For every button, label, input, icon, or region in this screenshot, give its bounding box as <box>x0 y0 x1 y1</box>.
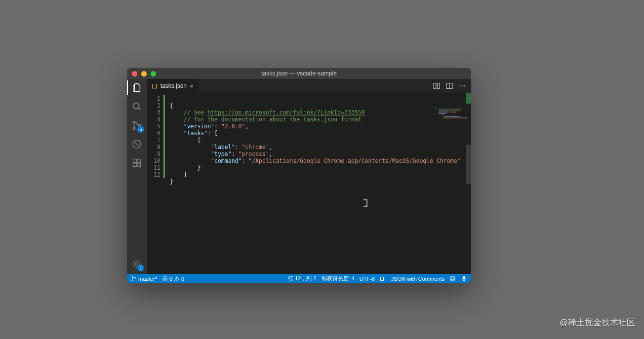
code-link[interactable]: https://go.microsoft.com/fwlink/?LinkId=… <box>207 109 365 116</box>
ellipsis-icon <box>458 82 466 90</box>
window-fullscreen-button[interactable] <box>151 71 156 76</box>
code-key: "command" <box>211 157 242 164</box>
svg-point-3 <box>133 127 135 129</box>
svg-point-28 <box>451 278 452 278</box>
line-number: 4 <box>147 116 161 123</box>
svg-point-2 <box>133 121 135 123</box>
tab-tasks-json[interactable]: { } tasks.json × <box>147 79 199 93</box>
line-number: 9 <box>147 151 161 157</box>
code-comment: // See <box>184 109 207 116</box>
svg-rect-9 <box>133 163 137 167</box>
svg-rect-8 <box>137 159 141 163</box>
line-number: 6 <box>147 130 161 137</box>
code-string: "2.0.0" <box>221 123 245 130</box>
activity-settings[interactable]: 1 <box>131 258 143 270</box>
activity-explorer[interactable] <box>131 82 143 94</box>
status-warnings-count: 0 <box>181 276 184 282</box>
status-feedback[interactable] <box>449 275 456 282</box>
image-watermark: @稀土掘金技术社区 <box>560 317 635 328</box>
svg-line-6 <box>134 142 139 146</box>
scm-badge: 6 <box>137 126 144 133</box>
code-string: "process" <box>239 151 269 157</box>
svg-point-17 <box>462 85 463 86</box>
tabs-row: { } tasks.json × <box>147 79 471 93</box>
split-editor-button[interactable] <box>445 82 453 90</box>
search-icon <box>131 101 142 112</box>
status-bar: master* 0 0 行 12，列 2 制表符长度: 4 UTF-8 LF J… <box>127 274 471 283</box>
line-number: 8 <box>147 144 161 151</box>
line-number: 7 <box>147 137 161 144</box>
svg-rect-7 <box>133 159 137 163</box>
line-number-gutter: 1 2 3 4 5 6 7 8 9 10 11 12 <box>147 93 163 274</box>
code-key: "type" <box>211 151 232 157</box>
minimap[interactable] <box>435 108 469 120</box>
code-key: "tasks" <box>184 130 207 137</box>
editor-toolbar <box>428 79 471 93</box>
split-icon <box>445 82 453 90</box>
editor-surface[interactable]: 1 2 3 4 5 6 7 8 9 10 11 12 <box>147 93 471 274</box>
svg-point-27 <box>450 276 455 281</box>
open-changes-button[interactable] <box>433 82 441 90</box>
git-branch-icon <box>131 276 137 282</box>
code-string: "chrome" <box>242 144 269 151</box>
line-number: 11 <box>147 164 161 171</box>
vscode-window: tasks.json — vscode-sample 6 <box>127 68 471 283</box>
compare-icon <box>433 82 441 90</box>
status-language[interactable]: JSON with Comments <box>391 276 444 282</box>
more-actions-button[interactable] <box>458 82 466 90</box>
line-number: 5 <box>147 123 161 130</box>
status-cursor-position[interactable]: 行 12，列 2 <box>288 275 316 282</box>
code-string: "/Applications/Google Chrome.app/Content… <box>248 157 460 164</box>
line-number: 3 <box>147 109 161 116</box>
line-number: 1 <box>147 95 161 102</box>
line-number: 12 <box>147 171 161 178</box>
extensions-icon <box>132 158 142 168</box>
activity-search[interactable] <box>131 101 143 113</box>
overview-ruler[interactable] <box>466 93 471 274</box>
svg-point-20 <box>132 280 133 281</box>
editor-area: { } tasks.json × <box>147 79 471 274</box>
code-content[interactable]: { // See https://go.microsoft.com/fwlink… <box>165 93 471 274</box>
code-key: "version" <box>184 123 214 130</box>
activity-extensions[interactable] <box>131 157 143 169</box>
json-file-icon: { } <box>152 83 158 89</box>
svg-rect-10 <box>137 163 141 167</box>
svg-point-19 <box>132 276 133 277</box>
activity-scm[interactable]: 6 <box>131 119 143 131</box>
window-title: tasks.json — vscode-sample <box>127 70 471 77</box>
code-key: "label" <box>211 144 235 151</box>
traffic-lights <box>132 71 156 76</box>
line-number: 2 <box>147 102 161 109</box>
files-icon <box>131 82 142 93</box>
warning-icon <box>174 276 180 282</box>
status-branch-label: master* <box>138 276 157 282</box>
svg-point-29 <box>453 278 454 278</box>
window-close-button[interactable] <box>132 71 137 76</box>
scrollbar-thumb[interactable] <box>466 145 471 184</box>
text-cursor <box>365 200 366 207</box>
error-icon <box>162 276 168 282</box>
status-indentation[interactable]: 制表符长度: 4 <box>322 275 355 282</box>
status-problems[interactable]: 0 0 <box>162 276 184 282</box>
status-notifications[interactable] <box>461 275 467 282</box>
smiley-icon <box>449 275 456 282</box>
debug-icon <box>131 139 142 150</box>
status-eol[interactable]: LF <box>380 276 386 282</box>
status-branch[interactable]: master* <box>131 276 157 282</box>
status-errors-count: 0 <box>169 276 172 282</box>
title-bar[interactable]: tasks.json — vscode-sample <box>127 68 471 79</box>
svg-line-1 <box>138 108 140 110</box>
svg-point-26 <box>177 280 177 280</box>
svg-point-16 <box>459 85 460 86</box>
svg-rect-12 <box>434 83 436 89</box>
activity-debug[interactable] <box>131 138 143 150</box>
bell-icon <box>461 275 467 282</box>
svg-point-18 <box>464 85 465 86</box>
tab-close-button[interactable]: × <box>190 83 194 89</box>
activity-bar: 6 1 <box>127 79 147 274</box>
line-number: 10 <box>147 157 161 164</box>
status-encoding[interactable]: UTF-8 <box>360 276 375 282</box>
window-minimize-button[interactable] <box>141 71 147 76</box>
svg-rect-13 <box>437 83 440 89</box>
svg-point-21 <box>135 277 136 278</box>
